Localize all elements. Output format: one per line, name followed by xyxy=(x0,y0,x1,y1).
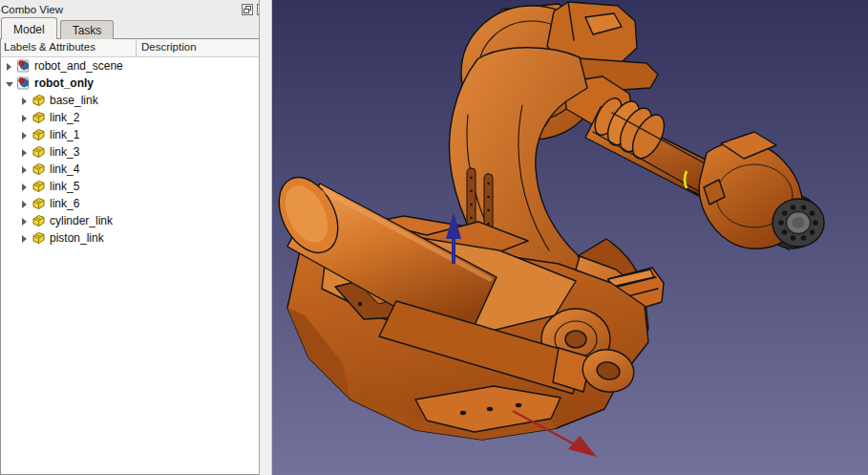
tree-item-label: cylinder_link xyxy=(50,214,113,227)
tree-item-label: link_6 xyxy=(50,197,79,210)
3d-scene xyxy=(272,0,868,475)
tree-item-link_6[interactable]: link_6 xyxy=(1,195,259,212)
chevron-right-icon[interactable] xyxy=(20,164,31,175)
part-icon xyxy=(32,128,46,141)
tree-item-piston_link[interactable]: piston_link xyxy=(1,229,259,247)
model-tree: robot_and_scenerobot_onlybase_linklink_2… xyxy=(1,57,259,247)
float-button[interactable] xyxy=(241,3,254,15)
tab-model[interactable]: Model xyxy=(1,17,57,39)
part-icon xyxy=(32,180,46,193)
tree-item-label: link_4 xyxy=(50,162,79,176)
part-icon xyxy=(32,94,46,107)
part-icon xyxy=(32,214,46,227)
chevron-right-icon[interactable] xyxy=(5,61,15,72)
labels-column-header[interactable]: Labels & Attributes xyxy=(1,39,137,56)
tree-item-link_4[interactable]: link_4 xyxy=(1,161,259,178)
tree-item-link_5[interactable]: link_5 xyxy=(1,178,259,195)
chevron-down-icon[interactable] xyxy=(5,78,15,89)
tree-item-cylinder_link[interactable]: cylinder_link xyxy=(1,212,259,229)
tool-flange[interactable] xyxy=(773,199,824,247)
tree-item-base_link[interactable]: base_link xyxy=(1,92,259,109)
chevron-right-icon[interactable] xyxy=(20,199,31,209)
tree-item-link_3[interactable]: link_3 xyxy=(1,143,259,161)
chevron-right-icon[interactable] xyxy=(20,96,31,106)
part-icon xyxy=(32,162,46,176)
tree-item-label: base_link xyxy=(50,94,98,107)
tab-tasks[interactable]: Tasks xyxy=(60,20,115,39)
tree-item-robot_and_scene[interactable]: robot_and_scene xyxy=(1,57,259,75)
tree-item-label: link_2 xyxy=(50,111,79,124)
tree-item-link_1[interactable]: link_1 xyxy=(1,126,259,143)
part-icon xyxy=(32,231,46,245)
document-icon xyxy=(16,76,31,90)
tree-header: Labels & Attributes Description xyxy=(1,39,259,57)
float-icon xyxy=(242,4,253,15)
part-icon xyxy=(32,111,46,124)
part-icon xyxy=(32,197,46,210)
chevron-right-icon[interactable] xyxy=(20,182,31,192)
tree-item-label: link_5 xyxy=(50,180,79,193)
tree-item-label: link_1 xyxy=(50,128,79,141)
3d-viewport[interactable] xyxy=(272,0,868,475)
tree-item-label: robot_only xyxy=(34,76,94,90)
panel-titlebar: Combo View xyxy=(0,0,272,17)
tree-item-label: piston_link xyxy=(50,231,104,245)
combo-view-panel: Combo View ModelTasks Labels & Attribute… xyxy=(0,0,272,475)
tree-item-label: link_3 xyxy=(50,145,79,159)
model-tree-pane: Labels & Attributes Description robot_an… xyxy=(0,38,260,475)
tree-item-label: robot_and_scene xyxy=(34,59,123,73)
description-column-header[interactable]: Description xyxy=(137,39,259,56)
tree-item-robot_only[interactable]: robot_only xyxy=(1,75,259,92)
tree-item-link_2[interactable]: link_2 xyxy=(1,109,259,126)
dock-splitter[interactable] xyxy=(259,0,272,475)
document-icon xyxy=(16,59,31,73)
chevron-right-icon[interactable] xyxy=(20,130,31,140)
part-icon xyxy=(32,145,46,159)
chevron-right-icon[interactable] xyxy=(20,113,31,123)
chevron-right-icon[interactable] xyxy=(20,233,31,244)
panel-tabs: ModelTasks xyxy=(0,17,272,39)
chevron-right-icon[interactable] xyxy=(20,216,31,227)
chevron-right-icon[interactable] xyxy=(20,147,31,158)
panel-title: Combo View xyxy=(1,4,239,15)
